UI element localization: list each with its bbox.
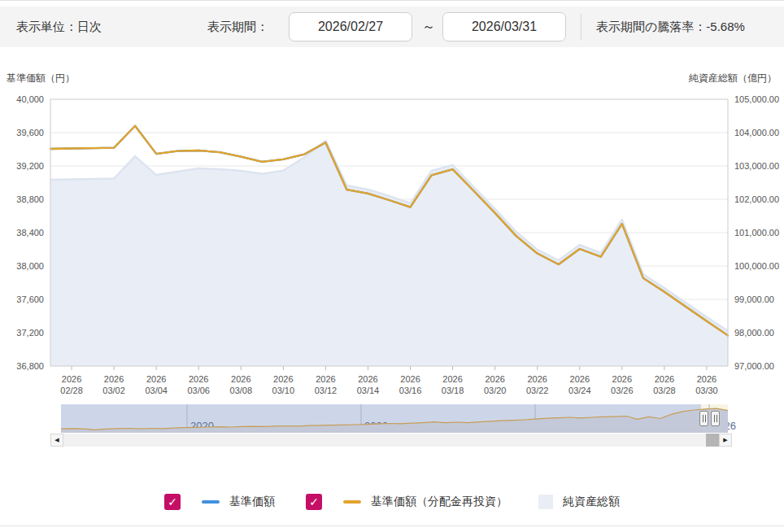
period-start-input[interactable]: 2026/02/27 — [289, 12, 412, 41]
legend-item-junshisan: 純資産総額 — [538, 495, 620, 509]
legend-item-kijun-kagaku: ✓ 基準価額 — [164, 494, 275, 510]
svg-text:2026: 2026 — [527, 374, 547, 384]
svg-text:03/04: 03/04 — [145, 386, 168, 395]
svg-text:2026: 2026 — [655, 374, 674, 384]
svg-text:2026: 2026 — [316, 374, 335, 384]
svg-text:2026: 2026 — [442, 374, 462, 384]
legend-label-junshisan: 純資産総額 — [563, 495, 620, 509]
legend: ✓ 基準価額 ✓ 基準価額（分配金再投資） 純資産総額 — [0, 487, 784, 517]
timeline-scrollbar[interactable]: ◀ ▶ — [50, 434, 732, 447]
svg-text:36,800: 36,800 — [16, 361, 44, 371]
scrollbar-thumb[interactable] — [706, 434, 719, 447]
scroll-left-button[interactable]: ◀ — [50, 434, 63, 447]
scroll-right-button[interactable]: ▶ — [719, 434, 732, 447]
svg-text:102,000.00: 102,000.00 — [734, 194, 779, 204]
svg-text:97,000.00: 97,000.00 — [734, 361, 774, 371]
checkmark-icon: ✓ — [168, 496, 177, 508]
vertical-divider — [581, 14, 581, 40]
main-chart-svg: 40,00039,60039,20038,80038,40038,00037,6… — [0, 67, 784, 402]
svg-text:37,600: 37,600 — [16, 294, 44, 304]
orange-line-swatch — [343, 500, 361, 504]
svg-text:2026: 2026 — [400, 374, 420, 384]
checkmark-icon: ✓ — [309, 496, 319, 508]
legend-checkbox-bunpaikin-saitoshi[interactable]: ✓ — [306, 494, 322, 510]
svg-text:03/14: 03/14 — [357, 386, 380, 395]
svg-text:37,200: 37,200 — [16, 328, 44, 338]
svg-text:2026: 2026 — [146, 374, 166, 384]
svg-text:03/10: 03/10 — [272, 386, 295, 395]
svg-text:38,000: 38,000 — [16, 261, 44, 271]
svg-text:38,400: 38,400 — [16, 228, 44, 238]
svg-text:2026: 2026 — [612, 374, 632, 384]
period-end-input[interactable]: 2026/03/31 — [442, 12, 566, 41]
svg-text:2026: 2026 — [697, 374, 716, 384]
svg-text:38,800: 38,800 — [16, 194, 44, 204]
svg-text:03/06: 03/06 — [187, 386, 210, 395]
svg-text:03/16: 03/16 — [399, 386, 422, 395]
svg-text:103,000.00: 103,000.00 — [734, 161, 779, 171]
navigator-handle-left[interactable] — [699, 411, 708, 426]
toolbar: 表示単位：日次 表示期間： 2026/02/27 ～ 2026/03/31 表示… — [0, 7, 784, 47]
svg-text:2026: 2026 — [62, 374, 81, 384]
period-change-rate: 表示期間の騰落率：-5.68% — [596, 7, 745, 47]
legend-label-kijun-kagaku: 基準価額 — [229, 495, 275, 509]
svg-text:03/02: 03/02 — [102, 386, 125, 395]
svg-text:02/28: 02/28 — [60, 386, 83, 395]
svg-text:104,000.00: 104,000.00 — [734, 128, 779, 137]
legend-item-bunpaikin-saitoshi: ✓ 基準価額（分配金再投資） — [306, 494, 507, 510]
svg-text:03/12: 03/12 — [315, 386, 338, 395]
fund-price-chart-panel: 表示単位：日次 表示期間： 2026/02/27 ～ 2026/03/31 表示… — [0, 0, 784, 532]
svg-text:03/08: 03/08 — [230, 386, 253, 395]
svg-text:2026: 2026 — [570, 374, 590, 384]
svg-text:03/26: 03/26 — [611, 386, 634, 395]
svg-text:03/28: 03/28 — [653, 386, 676, 395]
display-unit-label: 表示単位：日次 — [16, 7, 102, 47]
range-navigator[interactable]: 2020202220242026 — [0, 404, 784, 434]
svg-text:105,000.00: 105,000.00 — [734, 94, 779, 104]
svg-text:100,000.00: 100,000.00 — [734, 261, 779, 271]
tilde-separator: ～ — [415, 7, 442, 47]
svg-text:99,000.00: 99,000.00 — [734, 294, 774, 304]
legend-label-bunpaikin-saitoshi: 基準価額（分配金再投資） — [371, 495, 507, 509]
svg-text:98,000.00: 98,000.00 — [734, 328, 774, 338]
svg-text:2026: 2026 — [231, 374, 250, 384]
svg-text:2026: 2026 — [358, 374, 377, 384]
svg-text:2026: 2026 — [104, 374, 124, 384]
svg-text:03/24: 03/24 — [568, 386, 591, 395]
blue-line-swatch — [202, 500, 220, 504]
svg-text:2026: 2026 — [189, 374, 208, 384]
svg-text:03/30: 03/30 — [695, 386, 718, 395]
svg-text:39,600: 39,600 — [16, 128, 44, 137]
svg-text:03/22: 03/22 — [526, 386, 549, 395]
svg-text:2026: 2026 — [485, 374, 504, 384]
svg-text:2026: 2026 — [273, 374, 293, 384]
display-period-label: 表示期間： — [207, 7, 268, 47]
navigator-svg: 2020202220242026 — [0, 404, 784, 434]
navigator-handle-right[interactable] — [711, 411, 720, 426]
svg-text:40,000: 40,000 — [16, 94, 44, 104]
legend-checkbox-kijun-kagaku[interactable]: ✓ — [164, 494, 181, 510]
svg-text:39,200: 39,200 — [16, 161, 44, 171]
svg-text:03/20: 03/20 — [484, 386, 507, 395]
area-swatch — [538, 495, 553, 509]
svg-text:101,000.00: 101,000.00 — [734, 228, 779, 238]
svg-text:03/18: 03/18 — [442, 386, 464, 395]
